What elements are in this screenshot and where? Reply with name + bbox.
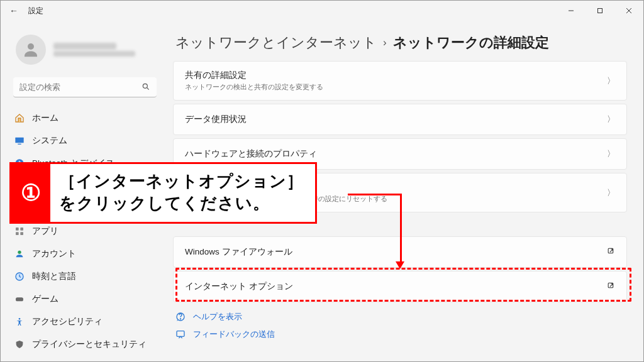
search-box[interactable] [13,77,157,97]
breadcrumb: ネットワークとインターネット › ネットワークの詳細設定 [175,33,627,52]
svg-rect-14 [20,232,23,235]
link-help[interactable]: ヘルプを表示 [175,311,627,322]
profile-text [53,43,135,57]
annotation-text: ［インターネットオプション］ をクリックしてください。 [50,164,315,222]
sidebar-item-windows-update[interactable]: Windows Update [6,356,164,362]
sidebar-item-label: プライバシーとセキュリティ [32,339,147,350]
annotation-callout: ① ［インターネットオプション］ をクリックしてください。 [9,162,317,224]
back-button[interactable]: ← [9,6,18,16]
profile-block[interactable] [1,30,169,75]
annotation-arrow [348,194,401,195]
link-label: ヘルプを表示 [193,311,242,322]
link-label: フィードバックの送信 [193,329,275,340]
card-internet-options[interactable]: インターネット オプション [173,271,627,302]
external-link-icon [607,282,615,292]
annotation-step-number: ① [11,164,50,222]
chevron-right-icon: 〉 [607,187,615,199]
card-title: データ使用状況 [185,114,247,125]
svg-rect-8 [18,144,21,145]
privacy-icon [14,339,25,349]
svg-point-5 [143,84,147,88]
apps-icon [14,226,25,236]
svg-rect-23 [177,331,184,337]
sidebar-item-gaming[interactable]: ゲーム [6,288,164,310]
svg-point-21 [180,319,180,319]
accessibility-icon [14,317,25,327]
search-input[interactable] [13,77,157,97]
nav-list: ホーム システム Bluetooth とデバイス ネットワークとインターネット … [1,104,169,362]
search-icon [142,82,150,93]
page-title: ネットワークの詳細設定 [393,33,549,52]
card-advanced-sharing[interactable]: 共有の詳細設定 ネットワークの検出と共有の設定を変更する 〉 [173,61,627,101]
svg-point-4 [28,43,34,50]
sidebar-item-home[interactable]: ホーム [6,107,164,129]
close-button[interactable] [614,1,643,21]
minimize-button[interactable] [557,1,586,21]
card-description: ネットワークの検出と共有の設定を変更する [185,82,323,92]
svg-rect-12 [20,228,23,231]
svg-rect-17 [16,297,23,301]
svg-rect-11 [16,228,19,231]
avatar [16,35,46,65]
svg-rect-13 [16,232,19,235]
sidebar-item-system[interactable]: システム [6,130,164,151]
card-title: インターネット オプション [185,281,293,292]
sidebar-item-label: アプリ [32,226,58,237]
annotation-arrow [400,194,402,263]
window-title: 設定 [28,6,43,16]
sidebar-item-accessibility[interactable]: アクセシビリティ [6,311,164,332]
accounts-icon [14,249,25,259]
svg-point-18 [19,318,21,320]
annotation-arrow-head [396,261,404,269]
chevron-right-icon: › [383,36,387,49]
external-link-icon [607,247,615,257]
card-title: Windows ファイアウォール [185,246,292,258]
breadcrumb-parent[interactable]: ネットワークとインターネット [175,33,377,52]
maximize-button[interactable] [586,1,614,21]
home-icon [14,113,25,123]
sidebar-item-label: システム [32,135,67,146]
card-title: 共有の詳細設定 [185,70,323,81]
svg-rect-1 [598,9,602,13]
profile-name-redacted [53,43,116,50]
sidebar-item-label: アクセシビリティ [32,316,103,327]
sidebar-item-accounts[interactable]: アカウント [6,243,164,265]
help-icon [175,312,186,322]
profile-email-redacted [53,51,135,57]
card-data-usage[interactable]: データ使用状況 〉 [173,104,627,135]
feedback-icon [175,329,186,339]
sidebar-item-label: ゲーム [32,293,58,305]
sidebar-item-time-language[interactable]: 時刻と言語 [6,266,164,287]
svg-rect-7 [15,138,23,143]
sidebar-item-privacy[interactable]: プライバシーとセキュリティ [6,334,164,355]
chevron-right-icon: 〉 [607,148,615,160]
svg-point-15 [18,251,21,254]
svg-line-6 [147,87,148,89]
system-icon [14,136,25,146]
sidebar-item-label: 時刻と言語 [32,271,76,282]
chevron-right-icon: 〉 [607,114,615,125]
sidebar-item-label: アカウント [32,248,76,260]
sidebar-item-label: ホーム [32,112,58,124]
card-title: ハードウェアと接続のプロパティ [185,148,317,160]
title-bar: ← 設定 [1,1,643,21]
gaming-icon [14,294,25,304]
window-controls [557,1,643,21]
chevron-right-icon: 〉 [607,75,615,87]
footer-links: ヘルプを表示 フィードバックの送信 [173,311,627,340]
link-feedback[interactable]: フィードバックの送信 [175,329,627,340]
settings-window: ← 設定 [0,0,644,362]
time-language-icon [14,272,25,282]
